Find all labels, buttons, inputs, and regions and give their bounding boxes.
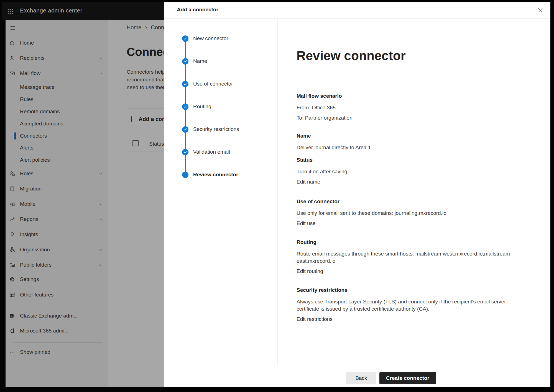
review-section-mail-flow-scenario: Mail flow scenario From: Office 365 To: … (297, 92, 529, 125)
edit-routing-link[interactable]: Edit routing (297, 268, 323, 275)
edit-name-link[interactable]: Edit name (297, 178, 320, 185)
step-completed-icon (182, 35, 188, 42)
section-heading: Status (297, 156, 529, 164)
edit-restrictions-link[interactable]: Edit restrictions (297, 316, 333, 323)
section-heading: Mail flow scenario (297, 92, 529, 100)
step-completed-icon (182, 126, 188, 133)
back-button[interactable]: Back (346, 372, 376, 384)
section-heading: Routing (297, 239, 529, 246)
review-section-name: Name Deliver journal directly to Area 1 (297, 132, 529, 154)
close-icon[interactable] (537, 6, 544, 14)
screen: Exchange admin center Home Recipients Ma… (0, 0, 554, 392)
step-routing[interactable]: Routing (164, 100, 277, 113)
step-label: Review connector (193, 172, 238, 178)
step-current-icon (182, 172, 188, 178)
step-completed-icon (182, 81, 188, 87)
section-line: Always use Transport Layer Security (TLS… (297, 298, 529, 313)
wizard-header: Add a connector (164, 2, 550, 19)
step-label: Name (193, 58, 207, 64)
review-section-routing: Routing Route email messages through the… (297, 239, 529, 275)
section-heading: Security restrictions (297, 287, 529, 294)
review-section-use-of-connector: Use of connector Use only for email sent… (297, 198, 529, 227)
create-connector-button[interactable]: Create connector (379, 372, 436, 384)
section-line: Deliver journal directly to Area 1 (297, 144, 529, 151)
review-section-status: Status Turn it on after saving Edit name (297, 156, 529, 185)
step-label: Security restrictions (193, 126, 239, 132)
step-label: Use of connector (193, 81, 233, 87)
section-line: From: Office 365 (297, 104, 529, 111)
step-completed-icon (182, 104, 188, 110)
step-validation-email[interactable]: Validation email (164, 146, 277, 158)
step-label: Validation email (193, 149, 230, 155)
step-review-connector[interactable]: Review connector (164, 168, 277, 181)
section-line: Turn it on after saving (297, 168, 529, 175)
wizard-title: Add a connector (177, 7, 218, 13)
step-label: New connector (193, 35, 228, 42)
step-new-connector[interactable]: New connector (164, 32, 277, 45)
review-section-security-restrictions: Security restrictions Always use Transpo… (297, 287, 529, 323)
add-connector-wizard: Add a connector New connector Name Use o… (164, 2, 550, 387)
step-use-of-connector[interactable]: Use of connector (164, 78, 277, 90)
section-line: Route email messages through these smart… (297, 250, 529, 265)
section-heading: Use of connector (297, 198, 529, 205)
edit-use-link[interactable]: Edit use (297, 220, 316, 227)
step-completed-icon (182, 58, 188, 65)
section-line: Use only for email sent to these domains… (297, 210, 529, 217)
step-name[interactable]: Name (164, 55, 277, 68)
step-security-restrictions[interactable]: Security restrictions (164, 123, 277, 136)
step-label: Routing (193, 104, 211, 110)
wizard-footer: Back Create connector (164, 366, 550, 387)
review-heading: Review connector (297, 48, 406, 63)
wizard-stepper: New connector Name Use of connector Rout… (164, 19, 278, 366)
section-heading: Name (297, 132, 529, 140)
modal-backdrop (0, 0, 164, 392)
step-completed-icon (182, 149, 188, 155)
section-line: To: Partner organization (297, 114, 529, 122)
